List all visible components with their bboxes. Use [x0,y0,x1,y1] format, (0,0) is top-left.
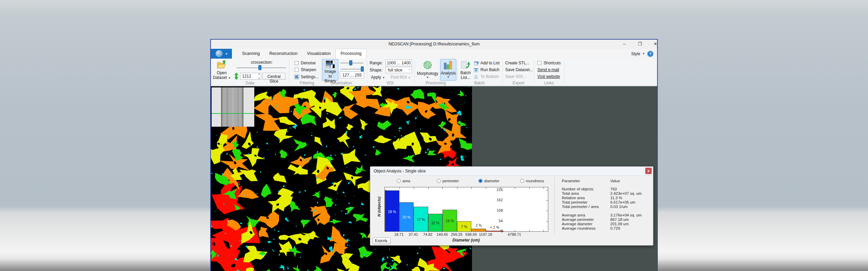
x-axis-tick [515,230,515,231]
x-axis-tick [486,187,486,189]
batch-list-icon [461,60,470,69]
y-axis-tick [546,231,548,232]
to-bottom-button[interactable]: To Bottom [480,74,499,79]
chevron-down-icon: ▼ [385,240,388,243]
spinner-up-icon[interactable]: ▲ [258,73,260,75]
x-axis-tick [457,230,457,231]
group-divider [321,60,321,83]
x-axis-tick [544,187,544,189]
radio-label: perimeter [442,179,459,183]
tab-processing[interactable]: Processing [335,49,367,59]
dataset-preview-thumbnail[interactable] [212,87,254,127]
radio-area[interactable]: area [397,179,410,183]
group-divider [367,60,367,83]
titlebar[interactable]: NEOSCAN [Processing] D:\Results\ceramics… [211,40,657,49]
radio-button-icon[interactable] [520,179,524,183]
ribbon-tabs: ScanningReconstructionVisualizationProce… [237,49,367,59]
radio-perimeter[interactable]: perimeter [437,179,459,183]
dialog-titlebar[interactable]: Object Analysis - Single slice x [370,167,653,176]
histogram-bar [471,229,486,232]
value-column-header: Value [610,179,620,183]
batch-list-button[interactable]: Batch List... [458,59,473,81]
batch-list-label2: List... [458,75,473,80]
threshold-max-thumb[interactable] [361,66,364,71]
range-value-field[interactable]: 1000 ... 1400 [386,60,412,66]
bar-percent-label: 17 % [414,217,428,222]
crossection-slider-thumb[interactable] [258,65,261,70]
y-tick-label: 216 [491,188,503,192]
spinner-down-icon[interactable]: ▼ [258,78,260,80]
tab-visualization[interactable]: Visualization [302,49,336,59]
image-to-binary-button[interactable]: Image to Binary [322,59,338,81]
help-icon[interactable]: ? [647,50,654,57]
maximize-button[interactable]: ❐ [634,40,646,48]
minimize-button[interactable]: – [618,40,630,48]
chevron-down-icon: ▼ [416,76,439,79]
radio-button-icon[interactable] [397,179,401,183]
parameter-name [562,209,610,213]
shape-dropdown[interactable]: full slice ˅ [386,67,412,73]
x-tick-label: 4788.71 [504,232,525,236]
crossection-label: crossection: [246,60,277,65]
shortcuts-label: Shortcuts [544,61,561,65]
group-caption-voi: VOI [387,81,394,85]
parameter-value: 3.176e+04 sq. um [610,213,642,217]
parameter-value: 0.729 [610,226,620,231]
threshold-max-slider[interactable] [340,69,363,70]
style-selector[interactable]: Style ▼ ? [631,49,654,59]
application-menu-button[interactable]: ▼ [211,49,232,59]
save-dataset-button[interactable]: Save Dataset... [505,67,533,72]
tab-scanning[interactable]: Scanning [237,49,264,59]
morphology-button[interactable]: Morphology ▼ [416,59,439,81]
group-divider [534,60,534,83]
apply-button[interactable]: Apply ▼ [371,75,385,80]
parameter-value: 763 [610,187,617,191]
group-caption-processing: Processing [426,81,446,85]
crossection-slider[interactable] [237,67,286,68]
parameter-value: 867.18 um [610,217,629,222]
app-logo-icon [216,50,222,57]
parameter-row: Average diameter201.09 um [562,222,651,226]
slice-number-spinner[interactable]: 1212 ▲ ▼ [240,73,261,80]
denoise-checkbox[interactable] [295,61,299,65]
open-dataset-button[interactable]: Open Dataset ▼ [212,59,231,81]
sharpen-label: Sharpen [301,67,316,72]
x-axis-tick [399,230,400,231]
dialog-close-button[interactable]: x [645,168,652,174]
close-button[interactable]: ✕ [650,40,661,48]
save-voi-button[interactable]: Save VOI... [505,74,526,79]
radio-button-icon[interactable] [478,179,482,183]
settings-button[interactable]: Settings... [301,75,319,79]
parameter-row: Average perimeter867.18 um [562,217,651,222]
parameter-name: Relative area [562,196,610,200]
tab-reconstruction[interactable]: Reconstruction [264,49,302,59]
x-axis-tick [414,187,414,189]
add-to-list-button[interactable]: Add to List [480,61,500,65]
parameter-row: Total area2.423e+07 sq. um [562,191,651,196]
send-email-link[interactable]: Send e-mail [537,67,559,72]
threshold-range-field[interactable]: 127 ... 255 [340,71,364,78]
export-button[interactable]: Export ▼ [372,237,391,244]
parameter-name: Number of objects [562,187,610,191]
visit-website-link[interactable]: Visit website [537,74,560,79]
sharpen-checkbox[interactable] [295,68,299,72]
bar-percent-label: < 1 % [486,225,504,229]
run-batch-icon [474,67,479,72]
find-roi-button[interactable]: Find ROI ▼ [391,75,411,80]
radio-button-icon[interactable] [437,179,441,183]
radio-roundness[interactable]: roundness [520,179,544,183]
parameter-name: Total perimeter / area [562,205,610,209]
x-axis-tick [529,230,530,231]
run-batch-button[interactable]: Run Batch [480,67,499,72]
radio-diameter[interactable]: diameter [478,179,499,183]
y-axis-tick [546,221,548,222]
central-slice-button[interactable]: Central Slice [262,73,285,80]
create-stl-button[interactable]: Create STL... [505,61,529,65]
open-dataset-label: Open [212,70,231,75]
analysis-button[interactable]: Analysis ▼ [440,59,456,81]
group-divider [457,60,458,83]
shortcuts-checkbox[interactable] [537,61,541,65]
object-analysis-dialog: Object Analysis - Single slice x areaper… [370,166,653,246]
analysis-chart-icon [444,60,453,70]
threshold-min-thumb[interactable] [349,60,352,65]
